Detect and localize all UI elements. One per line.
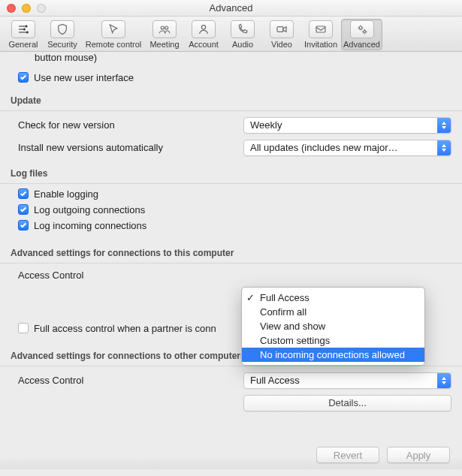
checkbox-new-ui[interactable] xyxy=(18,72,29,83)
checkbox-row-new-ui[interactable]: Use new user interface xyxy=(18,72,451,83)
checkbox-log-incoming[interactable] xyxy=(18,220,29,230)
section-logfiles-title: Log files xyxy=(11,168,451,179)
menu-item-label: Confirm all xyxy=(260,306,306,318)
revert-button[interactable]: Revert xyxy=(316,447,379,463)
checkbox-row-log-incoming[interactable]: Log incoming connections xyxy=(18,220,451,231)
content-pane: button mouse) Use new user interface Upd… xyxy=(0,51,462,469)
checkbox-label: Enable logging xyxy=(34,188,98,200)
phone-icon xyxy=(237,23,249,35)
shield-icon xyxy=(56,23,68,35)
svg-point-9 xyxy=(363,31,365,33)
chevron-updown-icon xyxy=(437,373,451,388)
button-label: Details... xyxy=(328,397,367,408)
menu-item-full-access[interactable]: ✓ Full Access xyxy=(242,291,424,305)
combo-install-auto[interactable]: All updates (includes new major… xyxy=(243,140,451,156)
toolbar-item-invitation[interactable]: Invitation xyxy=(302,19,340,50)
cursor-icon xyxy=(107,23,119,35)
toolbar-label: Advanced xyxy=(343,40,380,49)
details-button[interactable]: Details... xyxy=(243,395,451,411)
combo-access-control-other[interactable]: Full Access xyxy=(243,372,451,389)
footer-buttons: Revert Apply xyxy=(316,447,450,463)
toolbar-label: Account xyxy=(189,40,219,49)
label-install-auto: Install new versions automatically xyxy=(18,142,243,153)
video-icon xyxy=(276,23,288,35)
toolbar-label: Audio xyxy=(232,40,253,49)
toolbar-label: Video xyxy=(271,40,292,49)
svg-rect-7 xyxy=(316,26,325,32)
svg-point-4 xyxy=(165,26,168,29)
label-access-control-other: Access Control xyxy=(18,375,243,386)
menu-item-label: Full Access xyxy=(260,292,310,303)
checkbox-log-outgoing[interactable] xyxy=(18,204,29,215)
toolbar-label: General xyxy=(8,40,38,49)
toolbar-item-general[interactable]: General xyxy=(5,19,42,50)
toolbar-item-security[interactable]: Security xyxy=(44,19,81,50)
preferences-toolbar: General Security Remote control Meeting … xyxy=(0,17,462,52)
svg-point-0 xyxy=(26,26,28,28)
toolbar-label: Remote control xyxy=(86,40,142,49)
access-control-menu[interactable]: ✓ Full Access Confirm all View and show … xyxy=(241,287,425,366)
button-label: Revert xyxy=(334,450,362,461)
toolbar-item-account[interactable]: Account xyxy=(185,19,222,50)
section-adv-this-title: Advanced settings for connections to thi… xyxy=(11,248,451,258)
checkbox-row-log-outgoing[interactable]: Log outgoing connections xyxy=(18,204,451,215)
svg-point-1 xyxy=(23,29,26,31)
sliders-icon xyxy=(17,23,29,35)
label-check-version: Check for new version xyxy=(18,119,243,131)
svg-point-5 xyxy=(201,26,205,29)
chevron-updown-icon xyxy=(437,140,451,155)
menu-item-label: Custom settings xyxy=(260,335,330,346)
chevron-updown-icon xyxy=(437,118,451,133)
svg-point-2 xyxy=(26,32,29,34)
button-label: Apply xyxy=(406,450,431,461)
label-access-control-this: Access Control xyxy=(18,270,243,281)
toolbar-item-advanced[interactable]: Advanced xyxy=(341,19,382,50)
checkbox-label: Log incoming connections xyxy=(34,220,146,231)
checkbox-row-enable-logging[interactable]: Enable logging xyxy=(18,188,451,200)
apply-button[interactable]: Apply xyxy=(387,447,450,463)
combo-check-version[interactable]: Weekly xyxy=(243,117,451,134)
window-title: Advanced xyxy=(0,2,462,14)
checkbox-label: Full access control when a partner is co… xyxy=(34,323,216,334)
truncated-line: button mouse) xyxy=(35,52,97,63)
combo-value: Weekly xyxy=(250,119,282,131)
people-icon xyxy=(159,23,171,35)
checkbox-label: Log outgoing connections xyxy=(34,204,145,215)
toolbar-label: Meeting xyxy=(149,40,179,49)
combo-value: All updates (includes new major… xyxy=(250,142,398,153)
section-update-title: Update xyxy=(11,95,451,106)
checkbox-enable-logging[interactable] xyxy=(18,188,29,199)
toolbar-label: Security xyxy=(47,40,77,49)
menu-item-label: View and show xyxy=(260,321,325,332)
gears-icon xyxy=(356,23,368,35)
titlebar: Advanced xyxy=(0,0,462,17)
checkbox-label: Use new user interface xyxy=(34,72,134,83)
menu-item-view-show[interactable]: View and show xyxy=(242,319,424,333)
menu-item-label: No incoming connections allowed xyxy=(260,349,405,360)
truncated-option: button mouse) xyxy=(11,51,451,65)
menu-item-custom-settings[interactable]: Custom settings xyxy=(242,333,424,348)
svg-point-3 xyxy=(161,26,164,29)
menu-item-confirm-all[interactable]: Confirm all xyxy=(242,305,424,319)
toolbar-item-audio[interactable]: Audio xyxy=(224,19,261,50)
envelope-icon xyxy=(315,23,327,35)
user-icon xyxy=(198,23,210,35)
toolbar-item-video[interactable]: Video xyxy=(263,19,300,50)
toolbar-item-meeting[interactable]: Meeting xyxy=(146,19,183,50)
svg-rect-6 xyxy=(277,27,283,32)
combo-value: Full Access xyxy=(250,375,300,386)
checkbox-full-access-partner[interactable] xyxy=(18,323,29,333)
toolbar-item-remote-control[interactable]: Remote control xyxy=(83,19,144,50)
toolbar-label: Invitation xyxy=(304,40,337,49)
check-icon: ✓ xyxy=(246,292,255,303)
menu-item-no-incoming[interactable]: No incoming connections allowed xyxy=(242,348,424,362)
